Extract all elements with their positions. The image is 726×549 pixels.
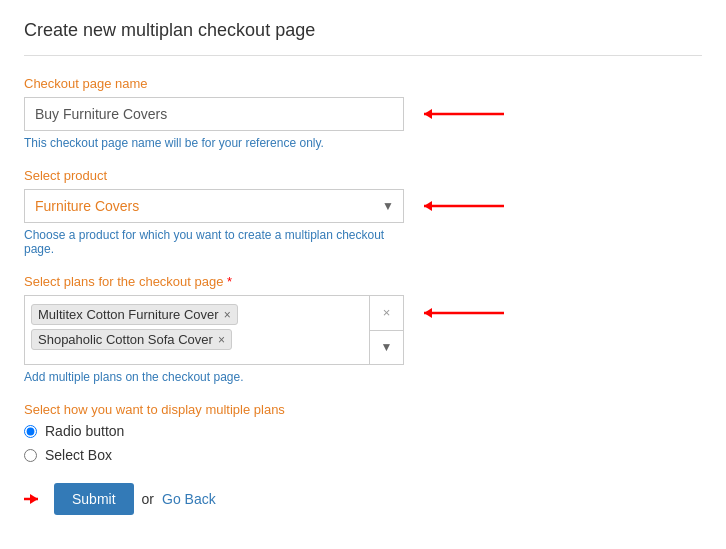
- radio-input-radio[interactable]: [24, 425, 37, 438]
- radio-option-select[interactable]: Select Box: [24, 447, 702, 463]
- form-actions: Submit or Go Back: [24, 483, 702, 515]
- tag-shopaholic: Shopaholic Cotton Sofa Cover ×: [31, 329, 232, 350]
- select-product-label: Select product: [24, 168, 702, 183]
- plans-tags-container: Multitex Cotton Furniture Cover × Shopah…: [31, 302, 369, 352]
- tag-label-multitex: Multitex Cotton Furniture Cover: [38, 307, 219, 322]
- radio-label-select: Select Box: [45, 447, 112, 463]
- go-back-link[interactable]: Go Back: [162, 491, 216, 507]
- select-plans-hint: Add multiple plans on the checkout page.: [24, 370, 404, 384]
- plans-multiselect[interactable]: Multitex Cotton Furniture Cover × Shopah…: [24, 295, 404, 365]
- select-product-dropdown[interactable]: Furniture Covers: [24, 189, 404, 223]
- page-title: Create new multiplan checkout page: [24, 20, 702, 56]
- display-mode-label: Select how you want to display multiple …: [24, 402, 702, 417]
- tag-remove-shopaholic[interactable]: ×: [218, 333, 225, 347]
- tag-multitex: Multitex Cotton Furniture Cover ×: [31, 304, 238, 325]
- or-text: or: [142, 491, 154, 507]
- select-product-hint: Choose a product for which you want to c…: [24, 228, 404, 256]
- select-product-wrapper: Furniture Covers ▼: [24, 189, 404, 223]
- checkout-name-hint: This checkout page name will be for your…: [24, 136, 404, 150]
- svg-marker-3: [424, 201, 432, 211]
- arrow-indicator-3: [414, 305, 504, 321]
- radio-input-select[interactable]: [24, 449, 37, 462]
- svg-marker-5: [424, 308, 432, 318]
- tag-label-shopaholic: Shopaholic Cotton Sofa Cover: [38, 332, 213, 347]
- multiselect-controls: × ▼: [369, 296, 403, 364]
- svg-marker-1: [424, 109, 432, 119]
- arrow-indicator-1: [414, 106, 504, 122]
- submit-button[interactable]: Submit: [54, 483, 134, 515]
- multiselect-toggle-button[interactable]: ▼: [370, 331, 403, 365]
- arrow-indicator-submit: [24, 491, 46, 507]
- radio-label-radio: Radio button: [45, 423, 124, 439]
- radio-option-radio[interactable]: Radio button: [24, 423, 702, 439]
- tag-remove-multitex[interactable]: ×: [224, 308, 231, 322]
- display-mode-group: Select how you want to display multiple …: [24, 402, 702, 463]
- checkout-name-group: Checkout page name This checkout page na…: [24, 76, 702, 150]
- select-plans-label: Select plans for the checkout page *: [24, 274, 702, 289]
- checkout-name-label: Checkout page name: [24, 76, 702, 91]
- arrow-indicator-2: [414, 198, 504, 214]
- select-product-group: Select product Furniture Covers ▼ Choose…: [24, 168, 702, 256]
- svg-marker-7: [30, 494, 38, 504]
- display-mode-options: Radio button Select Box: [24, 423, 702, 463]
- select-plans-group: Select plans for the checkout page * Mul…: [24, 274, 702, 384]
- multiselect-clear-button[interactable]: ×: [370, 296, 403, 331]
- checkout-name-input[interactable]: [24, 97, 404, 131]
- required-indicator: *: [227, 274, 232, 289]
